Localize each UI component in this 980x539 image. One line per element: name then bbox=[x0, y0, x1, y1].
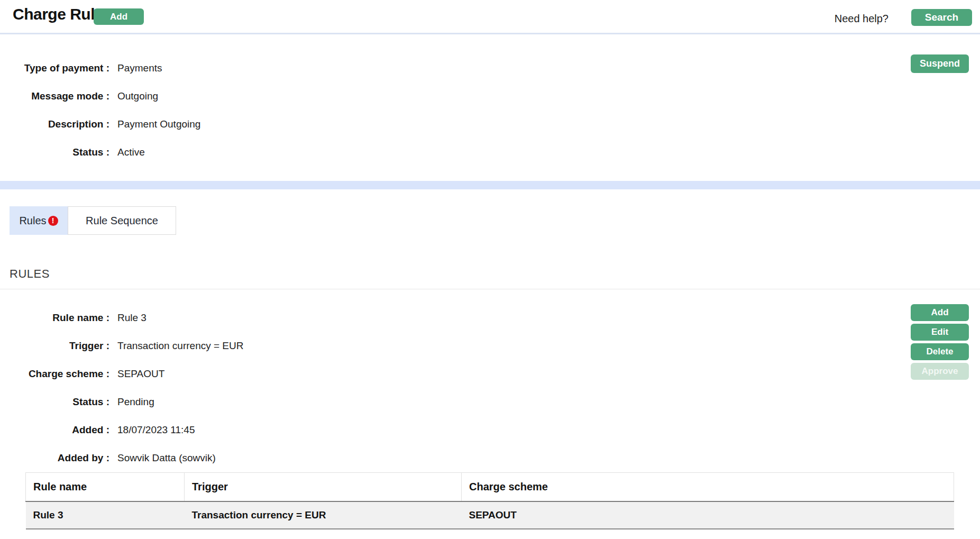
field-label: Type of payment : bbox=[0, 62, 109, 74]
table-cell-trigger: Transaction currency = EUR bbox=[185, 501, 462, 529]
field-value: Pending bbox=[117, 396, 154, 408]
rule-details: Rule name : Rule 3 Trigger : Transaction… bbox=[0, 304, 243, 472]
field-value: SEPAOUT bbox=[117, 368, 164, 380]
rule-action-buttons: Add Edit Delete Approve bbox=[911, 304, 969, 382]
rules-section-heading: RULES bbox=[10, 267, 50, 281]
field-value: Sowvik Datta (sowvik) bbox=[117, 452, 216, 464]
field-type-of-payment: Type of payment : Payments bbox=[0, 54, 200, 82]
field-label: Added : bbox=[0, 424, 109, 436]
alert-icon: ! bbox=[48, 216, 58, 226]
rule-delete-button[interactable]: Delete bbox=[911, 343, 969, 360]
field-label: Trigger : bbox=[0, 340, 109, 352]
rules-section-divider bbox=[0, 289, 980, 289]
table-cell-charge-scheme: SEPAOUT bbox=[462, 501, 954, 529]
field-rule-status: Status : Pending bbox=[0, 388, 243, 416]
field-value: Outgoing bbox=[117, 90, 158, 102]
field-added: Added : 18/07/2023 11:45 bbox=[0, 416, 243, 444]
table-header-charge-scheme: Charge scheme bbox=[462, 473, 954, 501]
field-added-by: Added by : Sowvik Datta (sowvik) bbox=[0, 444, 243, 472]
rule-add-button[interactable]: Add bbox=[911, 304, 969, 321]
page-title: Charge Rule bbox=[13, 5, 103, 23]
page-header: Charge Rule Add Need help? Search bbox=[0, 0, 980, 34]
field-value: Rule 3 bbox=[117, 312, 146, 324]
field-label: Status : bbox=[0, 147, 109, 158]
field-rule-name: Rule name : Rule 3 bbox=[0, 304, 243, 332]
rule-edit-button[interactable]: Edit bbox=[911, 324, 969, 341]
field-value: Payments bbox=[117, 62, 162, 74]
field-message-mode: Message mode : Outgoing bbox=[0, 82, 200, 110]
tab-rule-sequence-label: Rule Sequence bbox=[86, 215, 158, 227]
tab-rules-label: Rules bbox=[19, 215, 46, 227]
field-label: Message mode : bbox=[0, 90, 109, 102]
field-label: Added by : bbox=[0, 452, 109, 464]
table-cell-rule-name: Rule 3 bbox=[26, 501, 185, 529]
tab-rules[interactable]: Rules ! bbox=[10, 206, 68, 235]
field-charge-scheme: Charge scheme : SEPAOUT bbox=[0, 360, 243, 388]
field-label: Charge scheme : bbox=[0, 368, 109, 380]
field-label: Description : bbox=[0, 118, 109, 130]
rule-approve-button: Approve bbox=[911, 363, 969, 380]
field-label: Rule name : bbox=[0, 312, 109, 324]
section-divider-bar bbox=[0, 181, 980, 189]
field-value: Payment Outgoing bbox=[117, 118, 200, 130]
suspend-button[interactable]: Suspend bbox=[911, 54, 969, 73]
table-header-row: Rule name Trigger Charge scheme bbox=[26, 473, 954, 501]
field-label: Status : bbox=[0, 396, 109, 408]
field-trigger: Trigger : Transaction currency = EUR bbox=[0, 332, 243, 360]
tab-bar: Rules ! Rule Sequence bbox=[10, 206, 176, 235]
add-charge-rule-button[interactable]: Add bbox=[94, 8, 144, 25]
field-status: Status : Active bbox=[0, 138, 200, 166]
field-value: 18/07/2023 11:45 bbox=[117, 424, 195, 436]
need-help-link[interactable]: Need help? bbox=[835, 13, 889, 25]
table-header-trigger: Trigger bbox=[185, 473, 462, 501]
table-header-rule-name: Rule name bbox=[26, 473, 185, 501]
table-row[interactable]: Rule 3 Transaction currency = EUR SEPAOU… bbox=[26, 501, 954, 529]
tab-rule-sequence[interactable]: Rule Sequence bbox=[68, 206, 176, 235]
field-description: Description : Payment Outgoing bbox=[0, 110, 200, 138]
charge-rule-page: Charge Rule Add Need help? Search Type o… bbox=[0, 0, 980, 539]
charge-rule-details: Type of payment : Payments Message mode … bbox=[0, 54, 200, 166]
field-value: Active bbox=[117, 147, 145, 158]
search-button[interactable]: Search bbox=[911, 9, 972, 26]
field-value: Transaction currency = EUR bbox=[117, 340, 243, 352]
rules-table: Rule name Trigger Charge scheme Rule 3 T… bbox=[25, 472, 954, 529]
